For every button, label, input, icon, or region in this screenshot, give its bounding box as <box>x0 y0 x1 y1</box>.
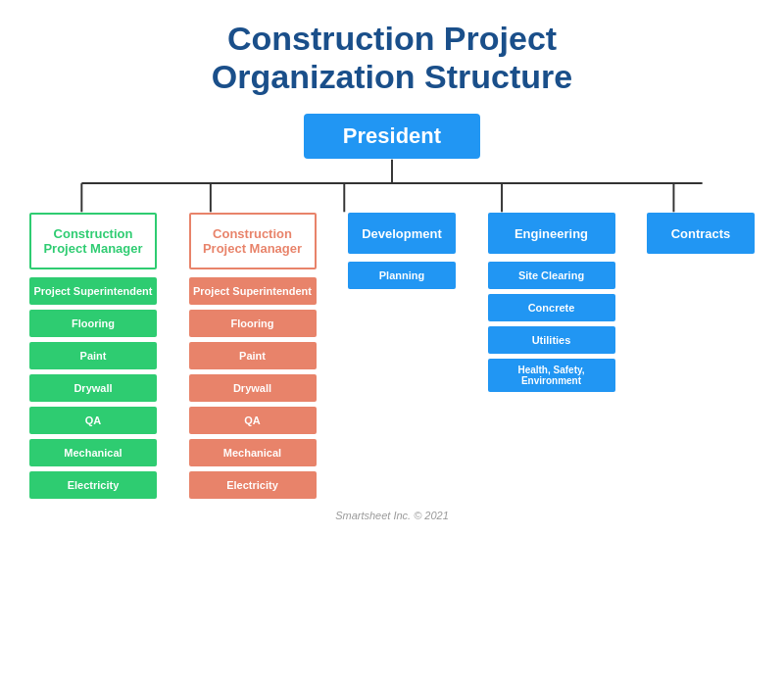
connector-svg <box>20 159 764 213</box>
president-label: President <box>343 123 441 148</box>
col-salmon: Construction Project Manager Project Sup… <box>189 213 317 504</box>
salmon-item-4: QA <box>189 407 317 434</box>
engineering-item-1: Concrete <box>488 294 615 321</box>
main-title: Construction Project Organization Struct… <box>20 20 764 96</box>
page: Construction Project Organization Struct… <box>0 0 784 683</box>
salmon-item-0: Project Superintendent <box>189 277 317 305</box>
col-contracts: Contracts <box>647 213 755 262</box>
green-item-4: QA <box>29 407 157 434</box>
org-row: Construction Project Manager Project Sup… <box>20 213 764 504</box>
footer: Smartsheet Inc. © 2021 <box>20 510 764 521</box>
salmon-item-2: Paint <box>189 342 317 369</box>
president-box: President <box>304 114 480 159</box>
green-item-3: Drywall <box>29 374 157 402</box>
salmon-item-1: Flooring <box>189 310 317 337</box>
contracts-header: Contracts <box>647 213 755 254</box>
col-development: Development Planning <box>348 213 456 294</box>
salmon-item-5: Mechanical <box>189 439 317 466</box>
salmon-item-6: Electricity <box>189 471 317 499</box>
engineering-item-2: Utilities <box>488 326 615 354</box>
engineering-item-0: Site Clearing <box>488 262 615 289</box>
col-green: Construction Project Manager Project Sup… <box>29 213 157 504</box>
green-item-1: Flooring <box>29 310 157 337</box>
president-row: President <box>20 114 764 159</box>
green-header: Construction Project Manager <box>29 213 157 269</box>
green-item-0: Project Superintendent <box>29 277 157 305</box>
col-engineering: Engineering Site Clearing Concrete Utili… <box>488 213 615 397</box>
green-item-5: Mechanical <box>29 439 157 466</box>
green-item-2: Paint <box>29 342 157 369</box>
salmon-header: Construction Project Manager <box>189 213 317 269</box>
development-item-0: Planning <box>348 262 456 289</box>
salmon-item-3: Drywall <box>189 374 317 402</box>
engineering-item-3: Health, Safety, Environment <box>488 359 615 392</box>
engineering-header: Engineering <box>488 213 615 254</box>
green-item-6: Electricity <box>29 471 157 499</box>
development-header: Development <box>348 213 456 254</box>
